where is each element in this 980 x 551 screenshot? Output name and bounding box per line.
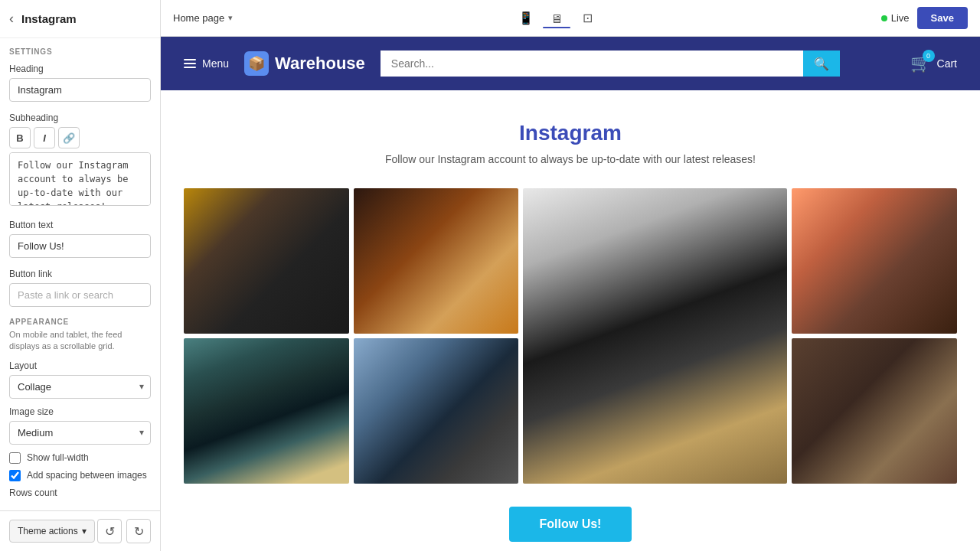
add-spacing-checkbox[interactable] [9, 470, 21, 481]
store-search: 🔍 [381, 51, 895, 77]
menu-label: Menu [202, 57, 229, 70]
theme-actions-button[interactable]: Theme actions ▾ [9, 520, 95, 543]
layout-select[interactable]: Collage Grid Masonry [9, 375, 151, 399]
heading-label: Heading [9, 64, 151, 74]
sidebar-bottom: Theme actions ▾ ↺ ↻ [0, 510, 160, 551]
button-text-field-group: Button text [9, 220, 151, 258]
undo-button[interactable]: ↺ [97, 519, 122, 543]
instagram-image-grid [184, 188, 957, 484]
theme-actions-label: Theme actions [18, 526, 78, 536]
show-full-width-row: Show full-width [9, 452, 151, 464]
homepage-link[interactable]: Home page [173, 12, 224, 24]
mobile-view-icon[interactable]: 📱 [515, 8, 537, 29]
link-button[interactable]: 🔗 [58, 127, 80, 148]
follow-button-wrap: Follow Us! [184, 507, 957, 542]
live-label: Live [891, 12, 910, 24]
search-input[interactable] [381, 51, 803, 77]
add-spacing-row: Add spacing between images [9, 470, 151, 481]
instagram-image-3[interactable] [523, 188, 787, 484]
button-link-field-group: Button link [9, 269, 151, 307]
image-size-select[interactable]: Small Medium Large [9, 421, 151, 445]
button-link-label: Button link [9, 269, 151, 279]
button-link-input[interactable] [9, 283, 151, 307]
follow-button[interactable]: Follow Us! [509, 507, 632, 542]
live-indicator: Live [881, 12, 910, 24]
image-size-label: Image size [9, 406, 151, 417]
device-underline [543, 27, 570, 28]
store-logo[interactable]: 📦 Warehouse [244, 51, 365, 76]
hamburger-icon [184, 59, 196, 68]
instagram-heading: Instagram [184, 121, 957, 145]
cart-area[interactable]: 🛒 0 Cart [910, 54, 957, 73]
instagram-section: Instagram Follow our Instagram account t… [161, 90, 980, 551]
cart-badge: 0 [923, 50, 935, 62]
back-icon[interactable]: ‹ [9, 11, 14, 27]
sidebar-title: Instagram [21, 12, 77, 25]
settings-label: SETTINGS [9, 47, 151, 56]
italic-button[interactable]: I [34, 127, 55, 148]
store-header: Menu 📦 Warehouse 🔍 🛒 0 [161, 37, 980, 90]
store-page: Menu 📦 Warehouse 🔍 🛒 0 [161, 37, 980, 551]
subheading-textarea[interactable]: Follow our Instagram account to always b… [9, 152, 151, 206]
subheading-field-group: Subheading B I 🔗 Follow our Instagram ac… [9, 112, 151, 209]
instagram-subheading: Follow our Instagram account to always b… [184, 153, 957, 165]
instagram-image-2[interactable] [354, 188, 519, 334]
store-name: Warehouse [275, 54, 365, 73]
image-size-select-wrapper: Small Medium Large [9, 421, 151, 445]
rows-count-label: Rows count [9, 487, 151, 498]
button-text-input[interactable] [9, 234, 151, 258]
heading-field-group: Heading [9, 64, 151, 102]
cart-icon-wrap: 🛒 0 [910, 54, 931, 73]
live-dot [881, 15, 887, 21]
menu-button[interactable]: Menu [184, 57, 229, 70]
button-text-label: Button text [9, 220, 151, 230]
topbar-right: Live Save [881, 7, 968, 29]
topbar-left: Home page ▾ [173, 12, 233, 24]
topbar: Home page ▾ 📱 🖥 ⊡ Live Save [161, 0, 980, 37]
cart-label: Cart [937, 57, 957, 70]
appearance-desc: On mobile and tablet, the feed displays … [9, 329, 151, 353]
tablet-view-icon[interactable]: ⊡ [577, 8, 598, 29]
search-container: 🔍 [381, 51, 840, 77]
add-spacing-label[interactable]: Add spacing between images [27, 470, 147, 481]
save-button[interactable]: Save [917, 7, 968, 29]
search-button[interactable]: 🔍 [803, 51, 840, 77]
redo-button[interactable]: ↻ [126, 519, 151, 543]
sidebar-content: SETTINGS Heading Subheading B I 🔗 Follow… [0, 38, 160, 510]
sidebar: ‹ Instagram SETTINGS Heading Subheading … [0, 0, 161, 551]
appearance-label: APPEARANCE [9, 318, 151, 326]
instagram-image-5[interactable] [184, 338, 349, 484]
theme-actions-dropdown-icon: ▾ [82, 526, 87, 536]
store-logo-icon: 📦 [244, 51, 269, 76]
instagram-image-4[interactable] [792, 188, 957, 334]
show-full-width-label[interactable]: Show full-width [27, 452, 89, 463]
instagram-image-7[interactable] [792, 338, 957, 484]
appearance-section: APPEARANCE On mobile and tablet, the fee… [9, 318, 151, 498]
sidebar-header: ‹ Instagram [0, 0, 160, 38]
homepage-dropdown-icon[interactable]: ▾ [228, 13, 233, 23]
layout-select-wrapper: Collage Grid Masonry [9, 375, 151, 399]
bold-button[interactable]: B [9, 127, 31, 148]
show-full-width-checkbox[interactable] [9, 452, 21, 464]
bottom-icons: ↺ ↻ [97, 519, 151, 543]
layout-label: Layout [9, 360, 151, 371]
topbar-center: 📱 🖥 ⊡ [515, 8, 598, 29]
main-area: Home page ▾ 📱 🖥 ⊡ Live Save [161, 0, 980, 551]
subheading-label: Subheading [9, 112, 151, 123]
heading-input[interactable] [9, 78, 151, 102]
preview-area: Menu 📦 Warehouse 🔍 🛒 0 [161, 37, 980, 551]
instagram-image-1[interactable] [184, 188, 349, 334]
richtext-toolbar: B I 🔗 [9, 127, 151, 148]
instagram-image-6[interactable] [354, 338, 519, 484]
